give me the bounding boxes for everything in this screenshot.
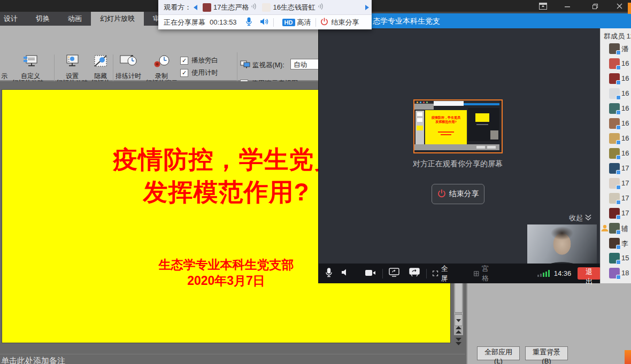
share-panel-toolbar: 全屏 宫格 14:36 退出	[319, 264, 601, 283]
collapse-toggle[interactable]: 收起	[569, 213, 592, 223]
speaker-icon[interactable]	[341, 268, 349, 278]
member-row[interactable]: 17	[601, 177, 631, 190]
scroll-viewers-right-icon[interactable]	[365, 5, 369, 10]
member-row[interactable]: 17	[601, 162, 631, 175]
scroll-viewers-left-icon[interactable]	[194, 5, 197, 10]
video-badge-icon	[616, 50, 621, 55]
screen: 设计切换动画幻灯片放映审阅 示 自定义 幻灯片放映 ▾ 设置 幻灯片放映 隐藏 …	[0, 0, 631, 364]
checkbox-label: 播放旁白	[191, 56, 218, 65]
ribbon-display-options-icon[interactable]	[536, 2, 550, 11]
member-row[interactable]: 16	[601, 87, 631, 100]
member-avatar	[609, 43, 620, 54]
member-name: 李	[621, 239, 628, 249]
stop-sharing-button[interactable]: 结束分享	[332, 18, 359, 27]
record-slideshow-icon	[143, 53, 180, 72]
member-row[interactable]: 潘	[601, 42, 631, 55]
member-row[interactable]: 17	[601, 192, 631, 205]
button-label: 隐藏	[94, 72, 107, 80]
member-row[interactable]: 15	[601, 252, 631, 265]
share-status-row: 正在分享屏幕 00:13:53 HD 高清 结束分享	[158, 15, 372, 29]
video-badge-icon	[616, 245, 621, 250]
power-icon	[437, 189, 446, 199]
video-badge-icon	[616, 185, 621, 190]
member-row[interactable]: 16	[601, 117, 631, 130]
notes-splitter[interactable]	[0, 354, 465, 354]
ribbon-tab[interactable]: 切换	[27, 12, 59, 26]
member-row[interactable]: 18	[601, 267, 631, 280]
scroll-down-button[interactable]	[455, 314, 463, 326]
stop-sharing-label: 结束分享	[449, 189, 479, 199]
previous-slide-button[interactable]	[455, 326, 462, 337]
grid-view-label: 宫格	[482, 264, 491, 283]
member-row[interactable]: 李	[601, 237, 631, 250]
stop-sharing-button[interactable]: 结束分享	[432, 184, 484, 204]
viewer-tab[interactable]: 16生态钱晋虹	[262, 3, 323, 12]
minimize-icon[interactable]	[560, 2, 574, 11]
divider	[273, 18, 274, 27]
member-avatar	[609, 193, 620, 204]
mic-icon[interactable]	[245, 17, 252, 28]
close-icon[interactable]	[612, 2, 626, 11]
member-row[interactable]: 16	[601, 132, 631, 145]
toolbar-divider	[382, 269, 383, 278]
button-label: 录制	[155, 72, 168, 80]
collapse-label: 收起	[569, 213, 583, 223]
ribbon-tab[interactable]: 幻灯片放映	[91, 12, 144, 26]
video-badge-icon	[616, 260, 621, 265]
member-avatar	[609, 223, 620, 234]
checkbox-icon: ✓	[180, 57, 188, 65]
slideshow-option-checkbox[interactable]: ✓使用计时	[180, 68, 218, 78]
speaker-icon[interactable]	[260, 18, 269, 27]
monitor-dropdown-label: 监视器(M):	[252, 61, 284, 70]
member-name: 16	[621, 104, 629, 112]
mic-icon[interactable]	[325, 268, 333, 280]
viewer-avatar	[262, 3, 271, 12]
admin-person-icon	[601, 224, 609, 235]
member-avatar	[609, 178, 620, 189]
hd-quality-label[interactable]: 高清	[297, 18, 311, 27]
camera-icon[interactable]	[365, 269, 376, 278]
reset-background-button[interactable]: 重置背景(B)	[525, 346, 568, 360]
ribbon-tab[interactable]: 动画	[59, 12, 91, 26]
fullscreen-button[interactable]: 全屏	[433, 264, 450, 283]
ribbon-tab[interactable]: 设计	[0, 12, 27, 26]
viewer-tab[interactable]: 17生态严格	[203, 3, 257, 12]
member-row[interactable]: 17	[601, 207, 631, 220]
member-name: 16	[621, 149, 629, 157]
member-avatar	[609, 268, 620, 278]
video-badge-icon	[616, 155, 621, 160]
member-name: 17	[621, 179, 629, 187]
member-row[interactable]: 16	[601, 102, 631, 115]
restore-icon[interactable]	[588, 2, 602, 11]
monitor-dropdown[interactable]: 自动	[290, 59, 322, 69]
member-row[interactable]: 16	[601, 72, 631, 85]
member-avatar	[609, 58, 620, 69]
notes-placeholder[interactable]: 单击此处添加备注	[1, 356, 65, 364]
rehearse-timings-icon	[114, 53, 143, 72]
apply-to-all-button[interactable]: 全部应用(L)	[477, 346, 520, 360]
viewers-row: 观看方： 17生态严格16生态钱晋虹	[158, 0, 372, 15]
member-name: 辅	[621, 224, 628, 234]
slideshow-option-checkbox[interactable]: ✓播放旁白	[180, 56, 218, 65]
video-badge-icon	[616, 230, 621, 235]
video-badge-icon	[616, 215, 621, 220]
partial-ribbon-button[interactable]: 示	[1, 72, 7, 81]
video-badge-icon	[616, 200, 621, 205]
next-slide-button[interactable]	[455, 338, 462, 349]
exit-button[interactable]: 退出	[578, 267, 601, 280]
member-row[interactable]: 16	[601, 57, 631, 70]
screen-share-panel: 疫情防控，学生党员发挥模范作用? 对方正在观看你分享的屏幕	[318, 28, 600, 283]
button-label: 设置	[66, 72, 79, 80]
member-row[interactable]: 16	[601, 147, 631, 160]
screen-share-icon[interactable]	[389, 268, 399, 279]
member-name: 15	[621, 254, 629, 262]
member-name: 17	[621, 209, 629, 217]
video-badge-icon	[616, 80, 621, 85]
member-avatar	[609, 103, 620, 114]
preview-share-panel	[468, 108, 499, 141]
hide-slide-icon	[89, 53, 112, 72]
annotate-icon[interactable]	[409, 268, 420, 279]
member-row[interactable]: 辅	[601, 222, 631, 235]
grid-view-button[interactable]: 宫格	[474, 264, 491, 283]
member-avatar	[609, 73, 620, 84]
